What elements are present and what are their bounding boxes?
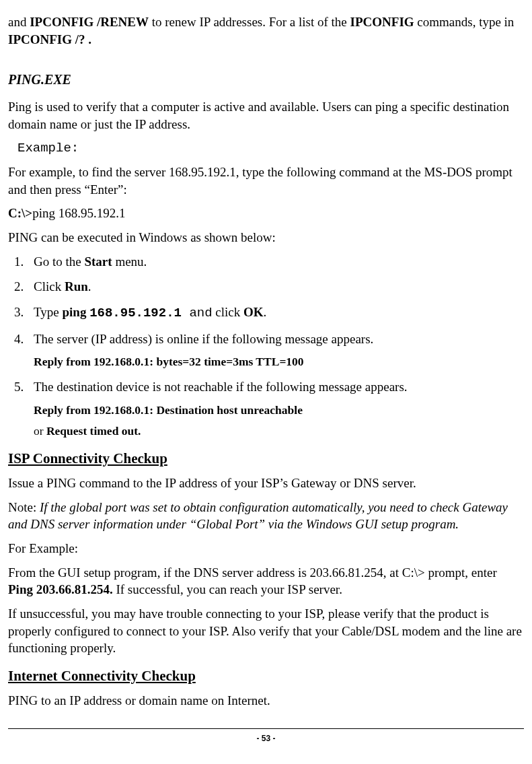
step-5: The destination device is not reachable … [27,378,524,440]
step-3: Type ping 168.95.192.1 and click OK. [27,304,524,322]
step5-or: or [34,424,46,438]
step1-bold: Start [84,254,112,269]
isp-for-example: For Example: [8,540,524,557]
note-body: If the global port was set to obtain con… [8,500,508,532]
step3-ping: ping [62,305,89,319]
steps-list: Go to the Start menu. Click Run. Type pi… [8,253,524,440]
isp-p2a: From the GUI setup program, if the DNS s… [8,565,497,580]
step3-ip: 168.95.192.1 [89,306,189,320]
footer-divider [8,728,524,729]
step1-text1: Go to the [34,254,84,269]
internet-heading: Internet Connectivity Checkup [8,666,524,685]
step5-timeout: Request timed out. [46,424,141,438]
step1-text2: menu. [112,254,147,269]
isp-heading: ISP Connectivity Checkup [8,449,524,468]
isp-p2: From the GUI setup program, if the DNS s… [8,564,524,598]
intro-cmd3: IPCONFIG /? . [8,32,91,46]
step3-text2: click [213,305,243,319]
step3-text1: Type [34,305,62,319]
ping-description: Ping is used to verify that a computer i… [8,98,524,133]
step-1: Go to the Start menu. [27,253,524,271]
isp-p3: If unsuccessful, you may have trouble co… [8,605,524,657]
prompt-prefix: C:\> [8,206,32,220]
intro-paragraph: and IPCONFIG /RENEW to renew IP addresse… [8,13,524,48]
example-label: Example: [17,140,524,158]
step4-text: The server (IP address) is online if the… [34,332,373,346]
command-prompt-line: C:\>ping 168.95.192.1 [8,205,524,222]
ping-heading: PING.EXE [8,71,524,89]
step2-text2: . [88,279,91,293]
step3-and: and [189,306,212,320]
intro-cmd1: IPCONFIG /RENEW [30,15,149,29]
intro-text3: commands, type in [414,15,515,29]
isp-p1: Issue a PING command to the IP address o… [8,475,524,492]
step5-text: The destination device is not reachable … [34,380,408,394]
isp-p2c: If successful, you can reach your ISP se… [113,582,342,596]
step2-text1: Click [34,279,65,293]
step3-dot: . [264,305,267,319]
internet-p1: PING to an IP address or domain name on … [8,692,524,709]
step5-reply: Reply from 192.168.0.1: Destination host… [34,403,524,419]
step2-bold: Run [65,279,88,293]
example-description: For example, to find the server 168.95.1… [8,164,524,198]
step-2: Click Run. [27,278,524,296]
step3-ok: OK [243,305,264,319]
prompt-command: ping 168.95.192.1 [32,206,125,220]
windows-intro: PING can be executed in Windows as shown… [8,229,524,246]
intro-text1: and [8,15,30,29]
intro-cmd2: IPCONFIG [350,15,414,29]
step4-reply: Reply from 192.168.0.1: bytes=32 time=3m… [34,354,524,370]
step-4: The server (IP address) is online if the… [27,331,524,370]
note-label: Note: [8,500,40,514]
intro-text2: to renew IP addresses. For a list of the [149,15,350,29]
step5-or-line: or Request timed out. [34,423,524,440]
page-number: - 53 - [8,733,524,744]
isp-note: Note: If the global port was set to obta… [8,499,524,533]
isp-p2b: Ping 203.66.81.254. [8,582,113,596]
